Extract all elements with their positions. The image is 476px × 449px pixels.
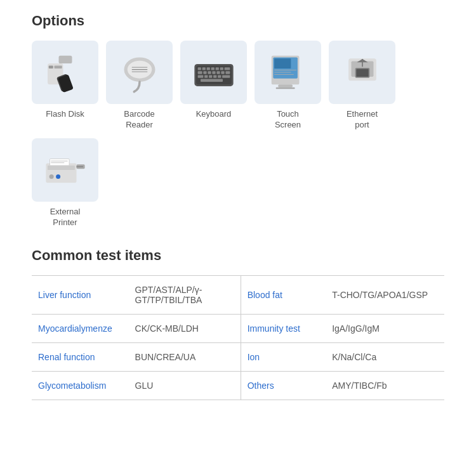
table-row: Liver function GPT/AST/ALP/γ-GT/TP/TBIL/… bbox=[32, 275, 444, 314]
test-title: Common test items bbox=[32, 247, 444, 264]
svg-rect-26 bbox=[225, 71, 230, 74]
barcode-reader-image-box bbox=[106, 41, 173, 104]
svg-rect-17 bbox=[215, 67, 218, 70]
svg-rect-19 bbox=[224, 67, 230, 70]
svg-rect-23 bbox=[212, 71, 215, 74]
test-right-name: Blood fat bbox=[241, 275, 326, 314]
svg-rect-3 bbox=[54, 66, 62, 68]
flash-disk-label: Flash Disk bbox=[46, 109, 84, 120]
test-section: Common test items Liver function GPT/AST… bbox=[32, 247, 444, 400]
svg-rect-45 bbox=[356, 69, 368, 77]
option-barcode-reader: BarcodeReader bbox=[106, 41, 173, 131]
svg-rect-31 bbox=[218, 75, 221, 77]
test-right-values: IgA/IgG/IgM bbox=[326, 314, 444, 342]
svg-point-55 bbox=[49, 174, 53, 179]
svg-rect-16 bbox=[211, 67, 214, 70]
table-row: Renal function BUN/CREA/UA Ion K/Na/Cl/C… bbox=[32, 342, 444, 371]
printer-icon bbox=[43, 148, 88, 192]
test-left-values: GLU bbox=[129, 371, 241, 400]
svg-rect-49 bbox=[48, 166, 75, 170]
svg-rect-15 bbox=[206, 67, 209, 70]
test-right-name: Ion bbox=[241, 342, 326, 371]
svg-rect-50 bbox=[50, 159, 69, 166]
options-title: Options bbox=[32, 13, 444, 29]
svg-rect-13 bbox=[197, 67, 201, 70]
svg-rect-14 bbox=[202, 67, 205, 70]
table-row: Myocardialymenze CK/CK-MB/LDH Immunity t… bbox=[32, 314, 444, 342]
test-right-values: T-CHO/TG/APOA1/GSP bbox=[326, 275, 444, 314]
option-external-printer: ExternalPrinter bbox=[32, 138, 98, 228]
test-table: Liver function GPT/AST/ALP/γ-GT/TP/TBIL/… bbox=[32, 275, 444, 400]
svg-rect-22 bbox=[208, 71, 211, 74]
svg-rect-30 bbox=[213, 75, 216, 77]
keyboard-label: Keyboard bbox=[196, 109, 232, 120]
svg-rect-33 bbox=[201, 79, 223, 82]
test-left-name: Glycometabolism bbox=[32, 371, 129, 400]
svg-rect-36 bbox=[274, 58, 291, 68]
option-keyboard: Keyboard bbox=[180, 41, 247, 131]
svg-rect-18 bbox=[220, 67, 223, 70]
keyboard-image-box bbox=[180, 41, 247, 104]
table-row: Glycometabolism GLU Others AMY/TIBC/Fb bbox=[32, 371, 444, 400]
printer-label: ExternalPrinter bbox=[50, 207, 81, 228]
test-left-values: GPT/AST/ALP/γ-GT/TP/TBIL/TBA bbox=[129, 275, 241, 314]
option-touch-screen: TouchScreen bbox=[255, 41, 321, 131]
svg-rect-40 bbox=[278, 84, 293, 87]
barcode-reader-label: BarcodeReader bbox=[124, 109, 154, 131]
test-left-values: CK/CK-MB/LDH bbox=[129, 314, 241, 342]
svg-rect-28 bbox=[204, 75, 208, 77]
svg-point-56 bbox=[56, 174, 60, 179]
svg-rect-20 bbox=[197, 71, 202, 74]
test-left-values: BUN/CREA/UA bbox=[129, 342, 241, 371]
touch-screen-image-box bbox=[255, 41, 321, 104]
svg-rect-2 bbox=[48, 66, 53, 68]
test-right-values: AMY/TIBC/Fb bbox=[326, 371, 444, 400]
test-left-name: Liver function bbox=[32, 275, 129, 314]
svg-rect-25 bbox=[221, 71, 224, 74]
test-right-name: Immunity test bbox=[241, 314, 326, 342]
option-ethernet-port: Ethernetport bbox=[329, 41, 395, 131]
printer-image-box bbox=[32, 138, 98, 202]
touchscreen-icon bbox=[266, 50, 310, 94]
svg-rect-24 bbox=[216, 71, 220, 74]
options-grid: Flash Disk BarcodeReader bbox=[32, 41, 444, 228]
svg-rect-32 bbox=[222, 75, 230, 77]
touch-screen-label: TouchScreen bbox=[275, 109, 301, 131]
ethernet-image-box bbox=[329, 41, 395, 104]
flash-disk-image-box bbox=[32, 41, 98, 104]
test-left-name: Myocardialymenze bbox=[32, 314, 129, 342]
svg-rect-0 bbox=[58, 56, 72, 63]
option-flash-disk: Flash Disk bbox=[32, 41, 98, 131]
svg-rect-21 bbox=[203, 71, 206, 74]
barcode-reader-icon bbox=[117, 50, 162, 94]
ethernet-icon bbox=[340, 50, 385, 94]
svg-rect-29 bbox=[209, 75, 212, 77]
test-right-values: K/Na/Cl/Ca bbox=[326, 342, 444, 371]
ethernet-label: Ethernetport bbox=[347, 109, 378, 131]
svg-rect-41 bbox=[275, 88, 294, 89]
options-section: Options Flash Disk bbox=[32, 13, 444, 228]
keyboard-icon bbox=[192, 50, 236, 94]
flash-disk-icon bbox=[43, 50, 88, 94]
svg-rect-27 bbox=[197, 75, 203, 77]
test-left-name: Renal function bbox=[32, 342, 129, 371]
test-right-name: Others bbox=[241, 371, 326, 400]
